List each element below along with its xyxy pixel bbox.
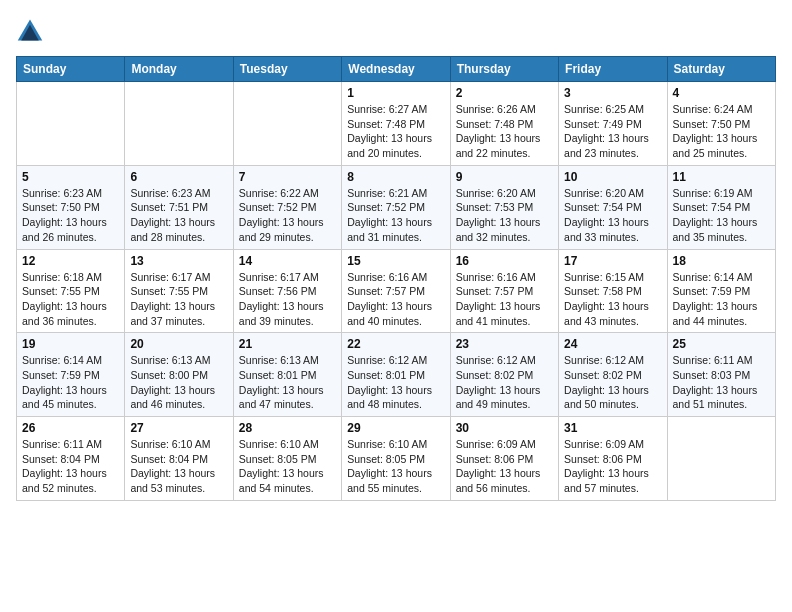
dow-header-monday: Monday bbox=[125, 57, 233, 82]
calendar-cell: 12Sunrise: 6:18 AMSunset: 7:55 PMDayligh… bbox=[17, 249, 125, 333]
day-info: Sunrise: 6:16 AMSunset: 7:57 PMDaylight:… bbox=[347, 270, 444, 329]
day-number: 31 bbox=[564, 421, 661, 435]
day-info: Sunrise: 6:12 AMSunset: 8:01 PMDaylight:… bbox=[347, 353, 444, 412]
dow-header-saturday: Saturday bbox=[667, 57, 775, 82]
calendar-cell: 31Sunrise: 6:09 AMSunset: 8:06 PMDayligh… bbox=[559, 417, 667, 501]
day-number: 26 bbox=[22, 421, 119, 435]
day-info: Sunrise: 6:13 AMSunset: 8:01 PMDaylight:… bbox=[239, 353, 336, 412]
day-info: Sunrise: 6:12 AMSunset: 8:02 PMDaylight:… bbox=[456, 353, 553, 412]
day-number: 28 bbox=[239, 421, 336, 435]
calendar-cell: 3Sunrise: 6:25 AMSunset: 7:49 PMDaylight… bbox=[559, 82, 667, 166]
page-header bbox=[16, 16, 776, 44]
day-number: 12 bbox=[22, 254, 119, 268]
day-number: 3 bbox=[564, 86, 661, 100]
day-info: Sunrise: 6:20 AMSunset: 7:53 PMDaylight:… bbox=[456, 186, 553, 245]
day-number: 2 bbox=[456, 86, 553, 100]
day-info: Sunrise: 6:23 AMSunset: 7:51 PMDaylight:… bbox=[130, 186, 227, 245]
day-number: 4 bbox=[673, 86, 770, 100]
dow-header-tuesday: Tuesday bbox=[233, 57, 341, 82]
calendar-cell: 5Sunrise: 6:23 AMSunset: 7:50 PMDaylight… bbox=[17, 165, 125, 249]
calendar-week-1: 1Sunrise: 6:27 AMSunset: 7:48 PMDaylight… bbox=[17, 82, 776, 166]
calendar-week-4: 19Sunrise: 6:14 AMSunset: 7:59 PMDayligh… bbox=[17, 333, 776, 417]
day-number: 19 bbox=[22, 337, 119, 351]
day-info: Sunrise: 6:14 AMSunset: 7:59 PMDaylight:… bbox=[22, 353, 119, 412]
calendar: SundayMondayTuesdayWednesdayThursdayFrid… bbox=[16, 56, 776, 501]
day-info: Sunrise: 6:26 AMSunset: 7:48 PMDaylight:… bbox=[456, 102, 553, 161]
day-info: Sunrise: 6:09 AMSunset: 8:06 PMDaylight:… bbox=[456, 437, 553, 496]
day-number: 14 bbox=[239, 254, 336, 268]
dow-header-sunday: Sunday bbox=[17, 57, 125, 82]
day-number: 9 bbox=[456, 170, 553, 184]
day-number: 13 bbox=[130, 254, 227, 268]
day-info: Sunrise: 6:11 AMSunset: 8:04 PMDaylight:… bbox=[22, 437, 119, 496]
calendar-cell: 26Sunrise: 6:11 AMSunset: 8:04 PMDayligh… bbox=[17, 417, 125, 501]
day-number: 16 bbox=[456, 254, 553, 268]
calendar-cell: 7Sunrise: 6:22 AMSunset: 7:52 PMDaylight… bbox=[233, 165, 341, 249]
day-number: 7 bbox=[239, 170, 336, 184]
calendar-cell: 1Sunrise: 6:27 AMSunset: 7:48 PMDaylight… bbox=[342, 82, 450, 166]
calendar-cell bbox=[125, 82, 233, 166]
day-number: 22 bbox=[347, 337, 444, 351]
day-number: 24 bbox=[564, 337, 661, 351]
calendar-cell: 8Sunrise: 6:21 AMSunset: 7:52 PMDaylight… bbox=[342, 165, 450, 249]
day-info: Sunrise: 6:24 AMSunset: 7:50 PMDaylight:… bbox=[673, 102, 770, 161]
calendar-cell: 30Sunrise: 6:09 AMSunset: 8:06 PMDayligh… bbox=[450, 417, 558, 501]
day-info: Sunrise: 6:11 AMSunset: 8:03 PMDaylight:… bbox=[673, 353, 770, 412]
calendar-cell: 27Sunrise: 6:10 AMSunset: 8:04 PMDayligh… bbox=[125, 417, 233, 501]
calendar-cell: 6Sunrise: 6:23 AMSunset: 7:51 PMDaylight… bbox=[125, 165, 233, 249]
calendar-cell bbox=[667, 417, 775, 501]
day-info: Sunrise: 6:10 AMSunset: 8:05 PMDaylight:… bbox=[347, 437, 444, 496]
calendar-week-5: 26Sunrise: 6:11 AMSunset: 8:04 PMDayligh… bbox=[17, 417, 776, 501]
day-info: Sunrise: 6:13 AMSunset: 8:00 PMDaylight:… bbox=[130, 353, 227, 412]
calendar-cell: 4Sunrise: 6:24 AMSunset: 7:50 PMDaylight… bbox=[667, 82, 775, 166]
day-number: 6 bbox=[130, 170, 227, 184]
day-info: Sunrise: 6:20 AMSunset: 7:54 PMDaylight:… bbox=[564, 186, 661, 245]
calendar-cell bbox=[233, 82, 341, 166]
logo bbox=[16, 16, 48, 44]
day-info: Sunrise: 6:19 AMSunset: 7:54 PMDaylight:… bbox=[673, 186, 770, 245]
day-info: Sunrise: 6:16 AMSunset: 7:57 PMDaylight:… bbox=[456, 270, 553, 329]
calendar-week-2: 5Sunrise: 6:23 AMSunset: 7:50 PMDaylight… bbox=[17, 165, 776, 249]
day-number: 17 bbox=[564, 254, 661, 268]
day-info: Sunrise: 6:22 AMSunset: 7:52 PMDaylight:… bbox=[239, 186, 336, 245]
day-number: 11 bbox=[673, 170, 770, 184]
dow-header-wednesday: Wednesday bbox=[342, 57, 450, 82]
day-number: 23 bbox=[456, 337, 553, 351]
calendar-cell: 24Sunrise: 6:12 AMSunset: 8:02 PMDayligh… bbox=[559, 333, 667, 417]
day-number: 1 bbox=[347, 86, 444, 100]
day-number: 5 bbox=[22, 170, 119, 184]
calendar-cell: 17Sunrise: 6:15 AMSunset: 7:58 PMDayligh… bbox=[559, 249, 667, 333]
calendar-cell: 2Sunrise: 6:26 AMSunset: 7:48 PMDaylight… bbox=[450, 82, 558, 166]
day-number: 15 bbox=[347, 254, 444, 268]
calendar-week-3: 12Sunrise: 6:18 AMSunset: 7:55 PMDayligh… bbox=[17, 249, 776, 333]
day-info: Sunrise: 6:12 AMSunset: 8:02 PMDaylight:… bbox=[564, 353, 661, 412]
dow-header-thursday: Thursday bbox=[450, 57, 558, 82]
day-info: Sunrise: 6:25 AMSunset: 7:49 PMDaylight:… bbox=[564, 102, 661, 161]
calendar-cell bbox=[17, 82, 125, 166]
calendar-cell: 16Sunrise: 6:16 AMSunset: 7:57 PMDayligh… bbox=[450, 249, 558, 333]
calendar-cell: 10Sunrise: 6:20 AMSunset: 7:54 PMDayligh… bbox=[559, 165, 667, 249]
day-number: 29 bbox=[347, 421, 444, 435]
day-number: 10 bbox=[564, 170, 661, 184]
day-info: Sunrise: 6:14 AMSunset: 7:59 PMDaylight:… bbox=[673, 270, 770, 329]
day-info: Sunrise: 6:23 AMSunset: 7:50 PMDaylight:… bbox=[22, 186, 119, 245]
day-number: 18 bbox=[673, 254, 770, 268]
day-info: Sunrise: 6:17 AMSunset: 7:56 PMDaylight:… bbox=[239, 270, 336, 329]
day-number: 20 bbox=[130, 337, 227, 351]
day-number: 21 bbox=[239, 337, 336, 351]
day-info: Sunrise: 6:10 AMSunset: 8:04 PMDaylight:… bbox=[130, 437, 227, 496]
calendar-cell: 18Sunrise: 6:14 AMSunset: 7:59 PMDayligh… bbox=[667, 249, 775, 333]
day-info: Sunrise: 6:21 AMSunset: 7:52 PMDaylight:… bbox=[347, 186, 444, 245]
day-number: 8 bbox=[347, 170, 444, 184]
day-info: Sunrise: 6:27 AMSunset: 7:48 PMDaylight:… bbox=[347, 102, 444, 161]
calendar-cell: 9Sunrise: 6:20 AMSunset: 7:53 PMDaylight… bbox=[450, 165, 558, 249]
calendar-cell: 22Sunrise: 6:12 AMSunset: 8:01 PMDayligh… bbox=[342, 333, 450, 417]
calendar-cell: 11Sunrise: 6:19 AMSunset: 7:54 PMDayligh… bbox=[667, 165, 775, 249]
calendar-cell: 25Sunrise: 6:11 AMSunset: 8:03 PMDayligh… bbox=[667, 333, 775, 417]
calendar-cell: 20Sunrise: 6:13 AMSunset: 8:00 PMDayligh… bbox=[125, 333, 233, 417]
logo-icon bbox=[16, 16, 44, 44]
calendar-cell: 13Sunrise: 6:17 AMSunset: 7:55 PMDayligh… bbox=[125, 249, 233, 333]
day-info: Sunrise: 6:17 AMSunset: 7:55 PMDaylight:… bbox=[130, 270, 227, 329]
day-info: Sunrise: 6:15 AMSunset: 7:58 PMDaylight:… bbox=[564, 270, 661, 329]
dow-header-friday: Friday bbox=[559, 57, 667, 82]
